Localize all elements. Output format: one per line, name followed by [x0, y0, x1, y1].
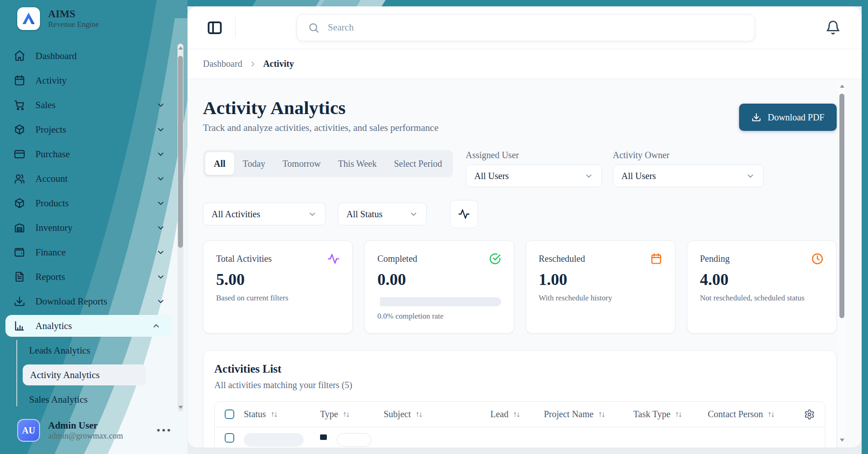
chevron-down-icon	[409, 210, 418, 219]
column-header-subject: Subject	[384, 409, 411, 419]
pulse-icon	[458, 208, 470, 220]
sidebar-subitem-sales-analytics[interactable]: Sales Analytics	[29, 387, 177, 412]
stat-card-rescheduled: Rescheduled 1.00 With reschedule history	[526, 240, 676, 334]
user-email: admin@growmax.com	[48, 431, 157, 441]
sort-icon[interactable]: ↑↓	[768, 409, 774, 419]
sidebar-item-label: Reports	[35, 271, 156, 283]
activity-pulse-button[interactable]	[450, 200, 478, 228]
sort-icon[interactable]: ↑↓	[415, 409, 422, 419]
app-window: AIMS Revenue Engine Dashboard Activity S…	[0, 0, 868, 454]
activity-owner-label: Activity Owner	[613, 150, 764, 160]
tab-today[interactable]: Today	[234, 152, 274, 175]
calendar-icon	[14, 75, 25, 86]
sidebar-item-inventory[interactable]: Inventory	[0, 215, 177, 240]
scroll-down-arrow-icon[interactable]	[178, 406, 183, 409]
sidebar-item-sales[interactable]: Sales	[0, 93, 177, 117]
scroll-down-arrow-icon[interactable]	[840, 439, 844, 442]
sort-icon[interactable]: ↑↓	[343, 409, 349, 419]
scroll-up-arrow-icon[interactable]	[178, 46, 183, 50]
sidebar-item-reports[interactable]: Reports	[0, 264, 177, 289]
chevron-down-icon	[156, 272, 165, 281]
table-row[interactable]	[215, 427, 825, 448]
sidebar-scrollbar[interactable]	[178, 44, 183, 412]
chevron-down-icon	[156, 150, 165, 159]
filter-row-period: All Today Tomorrow This Week Select Peri…	[203, 150, 837, 187]
assigned-user-value: All Users	[474, 171, 509, 181]
sidebar-item-download-reports[interactable]: Download Reports	[0, 289, 177, 314]
sidebar-item-purchase[interactable]: Purchase	[0, 142, 177, 166]
row-checkbox[interactable]	[225, 433, 234, 443]
sidebar: AIMS Revenue Engine Dashboard Activity S…	[0, 0, 187, 454]
tab-all[interactable]: All	[205, 152, 234, 175]
ellipsis-icon[interactable]: •••	[157, 428, 172, 433]
breadcrumb-dashboard-link[interactable]: Dashboard	[203, 59, 242, 69]
sidebar-item-label: Analytics	[35, 320, 152, 332]
activity-owner-select[interactable]: All Users	[613, 165, 764, 187]
sort-icon[interactable]: ↑↓	[598, 409, 604, 419]
search-input[interactable]	[328, 22, 744, 33]
tab-this-week[interactable]: This Week	[329, 152, 385, 175]
analytics-submenu: Leads Analytics Activity Analytics Sales…	[0, 338, 177, 412]
column-settings-gear-icon[interactable]	[804, 409, 815, 420]
sort-icon[interactable]: ↑↓	[513, 409, 519, 419]
chevron-down-icon	[584, 171, 593, 180]
page-title-block: Activity Analytics Track and analyze act…	[203, 97, 439, 134]
download-pdf-label: Download PDF	[768, 112, 824, 123]
sort-icon[interactable]: ↑↓	[675, 409, 681, 419]
sidebar-subitem-activity-analytics[interactable]: Activity Analytics	[23, 364, 146, 385]
assigned-user-label: Assigned User	[466, 150, 602, 160]
sidebar-item-account[interactable]: Account	[0, 166, 177, 191]
type-icon	[320, 434, 327, 440]
status-value: All Status	[346, 209, 382, 220]
scroll-up-arrow-icon[interactable]	[840, 85, 844, 88]
column-header-contact-person: Contact Person	[708, 409, 763, 419]
select-all-checkbox[interactable]	[225, 409, 234, 419]
sidebar-item-dashboard[interactable]: Dashboard	[0, 44, 177, 68]
stat-value: 0.00	[377, 271, 501, 289]
completion-progress-bar	[377, 297, 501, 306]
stat-cards: Total Activities 5.00 Based on current f…	[203, 240, 837, 334]
breadcrumb: Dashboard Activity	[187, 49, 862, 79]
notification-bell-icon[interactable]	[825, 20, 841, 35]
download-pdf-button[interactable]: Download PDF	[739, 104, 837, 131]
tab-tomorrow[interactable]: Tomorrow	[274, 152, 329, 175]
status-select[interactable]: All Status	[338, 203, 427, 225]
chevron-right-icon	[249, 60, 257, 68]
activity-type-select[interactable]: All Activities	[203, 203, 326, 225]
sidebar-item-analytics[interactable]: Analytics	[5, 315, 173, 337]
sidebar-subitem-leads-analytics[interactable]: Leads Analytics	[29, 338, 177, 363]
column-header-type: Type	[320, 409, 338, 419]
sidebar-toggle-icon[interactable]	[207, 20, 223, 36]
calendar-icon	[650, 253, 662, 265]
stat-card-total-activities: Total Activities 5.00 Based on current f…	[203, 240, 353, 334]
sidebar-item-products[interactable]: Products	[0, 191, 177, 215]
assigned-user-select[interactable]: All Users	[466, 165, 602, 187]
sidebar-item-projects[interactable]: Projects	[0, 117, 177, 142]
sidebar-item-activity[interactable]: Activity	[0, 68, 177, 93]
tab-select-period[interactable]: Select Period	[385, 152, 451, 175]
page-header: Activity Analytics Track and analyze act…	[203, 97, 837, 134]
sidebar-item-label: Projects	[35, 124, 156, 135]
sidebar-item-finance[interactable]: Finance	[0, 240, 177, 264]
sidebar-subitem-label: Activity Analytics	[30, 369, 99, 381]
pulse-icon	[327, 253, 340, 265]
page-content: Activity Analytics Track and analyze act…	[187, 79, 862, 448]
sidebar-item-label: Dashboard	[35, 50, 165, 62]
bar-chart-icon	[14, 320, 25, 332]
stat-value: 4.00	[700, 271, 824, 289]
type-badge	[337, 433, 371, 447]
sort-icon[interactable]: ↑↓	[271, 409, 277, 419]
avatar: AU	[17, 419, 40, 442]
search-box[interactable]	[296, 14, 755, 41]
user-profile-row[interactable]: AU Admin User admin@growmax.com •••	[0, 414, 187, 454]
column-header-lead: Lead	[490, 409, 508, 419]
filter-row-type-status: All Activities All Status	[203, 200, 837, 228]
stat-card-pending: Pending 4.00 Not rescheduled, scheduled …	[687, 240, 837, 334]
sidebar-item-label: Purchase	[35, 149, 156, 160]
content-scrollbar[interactable]	[838, 81, 845, 445]
main-panel: Dashboard Activity Activity Analytics Tr…	[187, 6, 862, 448]
sidebar-scrollbar-thumb[interactable]	[178, 56, 183, 248]
sidebar-item-label: Download Reports	[35, 296, 156, 307]
content-scrollbar-thumb[interactable]	[839, 94, 844, 318]
chevron-down-icon	[156, 125, 165, 134]
